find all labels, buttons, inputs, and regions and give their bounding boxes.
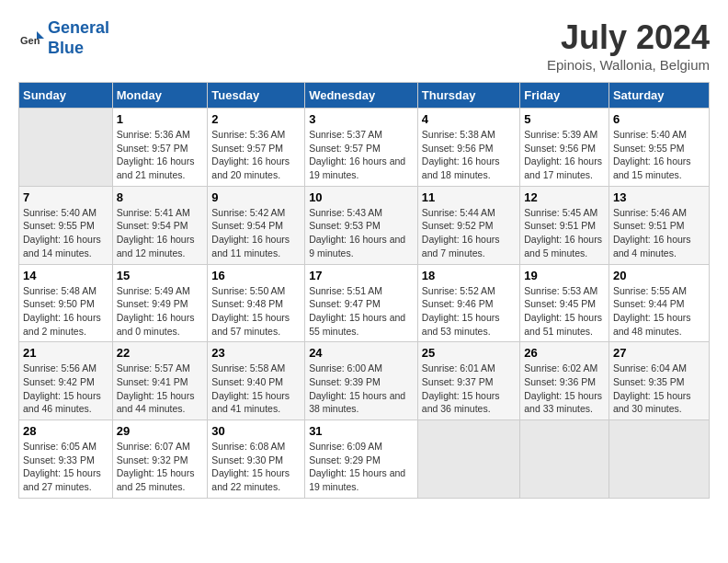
day-number: 23	[211, 346, 301, 360]
calendar-cell: 8Sunrise: 5:41 AM Sunset: 9:54 PM Daylig…	[112, 186, 208, 264]
day-number: 1	[117, 112, 204, 126]
calendar-cell: 21Sunrise: 5:56 AM Sunset: 9:42 PM Dayli…	[19, 342, 113, 420]
calendar-cell	[19, 109, 113, 187]
day-number: 13	[613, 190, 705, 204]
weekday-header: Wednesday	[305, 83, 418, 109]
day-number: 11	[422, 190, 516, 204]
calendar-header-row: SundayMondayTuesdayWednesdayThursdayFrid…	[19, 83, 710, 109]
calendar-week-row: 1Sunrise: 5:36 AM Sunset: 9:57 PM Daylig…	[19, 109, 710, 187]
cell-content: Sunrise: 5:52 AM Sunset: 9:46 PM Dayligh…	[422, 284, 516, 339]
calendar-cell: 25Sunrise: 6:01 AM Sunset: 9:37 PM Dayli…	[417, 342, 519, 420]
day-number: 7	[23, 190, 108, 204]
calendar-week-row: 28Sunrise: 6:05 AM Sunset: 9:33 PM Dayli…	[19, 420, 710, 499]
calendar-week-row: 14Sunrise: 5:48 AM Sunset: 9:50 PM Dayli…	[19, 264, 710, 342]
day-number: 8	[117, 190, 204, 204]
cell-content: Sunrise: 5:40 AM Sunset: 9:55 PM Dayligh…	[23, 206, 108, 260]
cell-content: Sunrise: 5:37 AM Sunset: 9:57 PM Dayligh…	[309, 128, 414, 182]
calendar-cell: 19Sunrise: 5:53 AM Sunset: 9:45 PM Dayli…	[520, 264, 609, 342]
cell-content: Sunrise: 5:42 AM Sunset: 9:54 PM Dayligh…	[211, 206, 301, 260]
calendar-cell: 28Sunrise: 6:05 AM Sunset: 9:33 PM Dayli…	[19, 420, 113, 499]
calendar-cell: 12Sunrise: 5:45 AM Sunset: 9:51 PM Dayli…	[520, 186, 609, 264]
cell-content: Sunrise: 5:44 AM Sunset: 9:52 PM Dayligh…	[422, 206, 516, 260]
cell-content: Sunrise: 5:46 AM Sunset: 9:51 PM Dayligh…	[613, 206, 705, 260]
cell-content: Sunrise: 5:58 AM Sunset: 9:40 PM Dayligh…	[211, 362, 301, 416]
calendar-cell: 10Sunrise: 5:43 AM Sunset: 9:53 PM Dayli…	[305, 186, 418, 264]
cell-content: Sunrise: 5:43 AM Sunset: 9:53 PM Dayligh…	[309, 206, 414, 260]
calendar-cell: 2Sunrise: 5:36 AM Sunset: 9:57 PM Daylig…	[208, 109, 305, 187]
cell-content: Sunrise: 6:05 AM Sunset: 9:33 PM Dayligh…	[23, 440, 108, 494]
calendar-cell: 27Sunrise: 6:04 AM Sunset: 9:35 PM Dayli…	[609, 342, 709, 420]
cell-content: Sunrise: 5:53 AM Sunset: 9:45 PM Dayligh…	[524, 284, 605, 339]
calendar-table: SundayMondayTuesdayWednesdayThursdayFrid…	[18, 82, 710, 499]
calendar-cell: 30Sunrise: 6:08 AM Sunset: 9:30 PM Dayli…	[208, 420, 305, 499]
cell-content: Sunrise: 6:07 AM Sunset: 9:32 PM Dayligh…	[117, 440, 204, 494]
cell-content: Sunrise: 5:45 AM Sunset: 9:51 PM Dayligh…	[524, 206, 605, 260]
weekday-header: Sunday	[19, 83, 113, 109]
calendar-cell: 9Sunrise: 5:42 AM Sunset: 9:54 PM Daylig…	[208, 186, 305, 264]
calendar-cell	[609, 420, 709, 499]
page-header: Gen General Blue July 2024 Epinois, Wall…	[18, 18, 710, 73]
day-number: 27	[613, 346, 705, 360]
day-number: 5	[524, 112, 605, 126]
day-number: 21	[23, 346, 108, 360]
calendar-week-row: 21Sunrise: 5:56 AM Sunset: 9:42 PM Dayli…	[19, 342, 710, 420]
cell-content: Sunrise: 5:48 AM Sunset: 9:50 PM Dayligh…	[23, 284, 108, 339]
cell-content: Sunrise: 6:09 AM Sunset: 9:29 PM Dayligh…	[309, 440, 414, 494]
logo-line1: General	[48, 18, 109, 37]
cell-content: Sunrise: 5:51 AM Sunset: 9:47 PM Dayligh…	[309, 284, 414, 339]
cell-content: Sunrise: 5:41 AM Sunset: 9:54 PM Dayligh…	[117, 206, 204, 260]
cell-content: Sunrise: 5:57 AM Sunset: 9:41 PM Dayligh…	[117, 362, 204, 416]
calendar-cell: 13Sunrise: 5:46 AM Sunset: 9:51 PM Dayli…	[609, 186, 709, 264]
calendar-title: July 2024	[547, 18, 710, 57]
day-number: 18	[422, 269, 516, 282]
calendar-cell: 18Sunrise: 5:52 AM Sunset: 9:46 PM Dayli…	[417, 264, 519, 342]
calendar-cell	[417, 420, 519, 499]
day-number: 31	[309, 424, 414, 438]
logo-text: General Blue	[48, 18, 109, 58]
day-number: 30	[211, 424, 301, 438]
weekday-header: Thursday	[417, 83, 519, 109]
calendar-cell: 5Sunrise: 5:39 AM Sunset: 9:56 PM Daylig…	[520, 109, 609, 187]
calendar-cell: 6Sunrise: 5:40 AM Sunset: 9:55 PM Daylig…	[609, 109, 709, 187]
cell-content: Sunrise: 5:36 AM Sunset: 9:57 PM Dayligh…	[211, 128, 301, 182]
cell-content: Sunrise: 5:39 AM Sunset: 9:56 PM Dayligh…	[524, 128, 605, 182]
calendar-cell: 29Sunrise: 6:07 AM Sunset: 9:32 PM Dayli…	[112, 420, 208, 499]
day-number: 26	[524, 346, 605, 360]
weekday-header: Tuesday	[208, 83, 305, 109]
calendar-cell: 14Sunrise: 5:48 AM Sunset: 9:50 PM Dayli…	[19, 264, 113, 342]
cell-content: Sunrise: 5:36 AM Sunset: 9:57 PM Dayligh…	[117, 128, 204, 182]
day-number: 10	[309, 190, 414, 204]
day-number: 24	[309, 346, 414, 360]
calendar-cell: 26Sunrise: 6:02 AM Sunset: 9:36 PM Dayli…	[520, 342, 609, 420]
cell-content: Sunrise: 6:04 AM Sunset: 9:35 PM Dayligh…	[613, 362, 705, 416]
calendar-cell: 11Sunrise: 5:44 AM Sunset: 9:52 PM Dayli…	[417, 186, 519, 264]
day-number: 29	[117, 424, 204, 438]
weekday-header: Saturday	[609, 83, 709, 109]
day-number: 4	[422, 112, 516, 126]
day-number: 3	[309, 112, 414, 126]
day-number: 15	[117, 269, 204, 282]
calendar-cell: 23Sunrise: 5:58 AM Sunset: 9:40 PM Dayli…	[208, 342, 305, 420]
day-number: 28	[23, 424, 108, 438]
calendar-cell: 15Sunrise: 5:49 AM Sunset: 9:49 PM Dayli…	[112, 264, 208, 342]
calendar-cell: 4Sunrise: 5:38 AM Sunset: 9:56 PM Daylig…	[417, 109, 519, 187]
svg-marker-1	[37, 31, 44, 39]
day-number: 9	[211, 190, 301, 204]
day-number: 16	[211, 269, 301, 282]
day-number: 20	[613, 269, 705, 282]
calendar-cell: 24Sunrise: 6:00 AM Sunset: 9:39 PM Dayli…	[305, 342, 418, 420]
logo: Gen General Blue	[18, 18, 109, 58]
cell-content: Sunrise: 5:49 AM Sunset: 9:49 PM Dayligh…	[117, 284, 204, 339]
cell-content: Sunrise: 6:00 AM Sunset: 9:39 PM Dayligh…	[309, 362, 414, 416]
calendar-week-row: 7Sunrise: 5:40 AM Sunset: 9:55 PM Daylig…	[19, 186, 710, 264]
calendar-cell: 17Sunrise: 5:51 AM Sunset: 9:47 PM Dayli…	[305, 264, 418, 342]
weekday-header: Monday	[112, 83, 208, 109]
logo-line2: Blue	[48, 39, 84, 57]
day-number: 19	[524, 269, 605, 282]
cell-content: Sunrise: 5:56 AM Sunset: 9:42 PM Dayligh…	[23, 362, 108, 416]
calendar-cell: 16Sunrise: 5:50 AM Sunset: 9:48 PM Dayli…	[208, 264, 305, 342]
day-number: 6	[613, 112, 705, 126]
calendar-cell: 20Sunrise: 5:55 AM Sunset: 9:44 PM Dayli…	[609, 264, 709, 342]
calendar-cell: 3Sunrise: 5:37 AM Sunset: 9:57 PM Daylig…	[305, 109, 418, 187]
calendar-cell: 22Sunrise: 5:57 AM Sunset: 9:41 PM Dayli…	[112, 342, 208, 420]
